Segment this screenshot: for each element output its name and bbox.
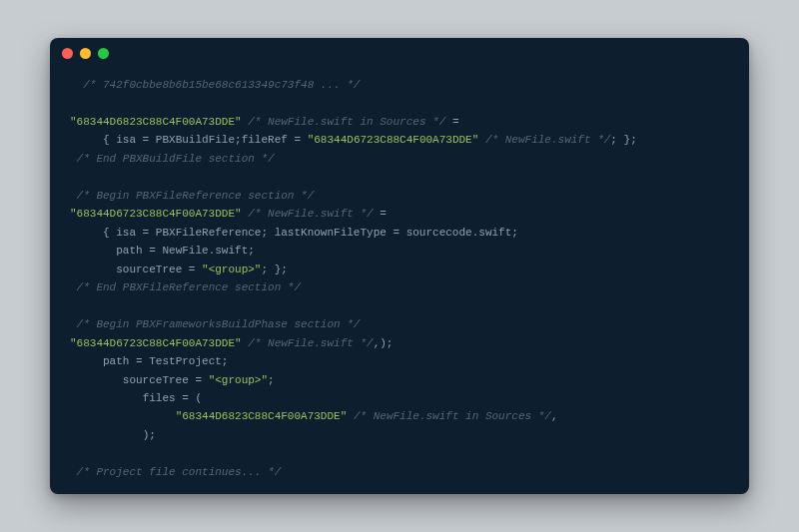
code-line: ); — [70, 426, 729, 444]
code-token-comment: /* NewFile.swift in Sources */ — [248, 116, 445, 128]
code-token-string: "68344D6723C88C4F00A73DDE" — [70, 208, 242, 220]
code-token-punct: ; }; — [610, 134, 636, 146]
code-token-keyword: swift; — [478, 227, 518, 239]
code-token-string: "<group>" — [209, 374, 268, 386]
code-line: "68344D6723C88C4F00A73DDE" /* NewFile.sw… — [70, 334, 729, 352]
code-token-punct: = — [445, 116, 458, 128]
code-line: sourceTree = "<group>"; — [70, 371, 729, 389]
close-icon[interactable] — [62, 48, 73, 59]
code-line: path = TestProject; — [70, 352, 729, 370]
maximize-icon[interactable] — [98, 48, 109, 59]
code-token-comment: /* 742f0cbbe8b6b15be68c613349c73f48 ... … — [83, 79, 360, 91]
code-token-comment: /* Begin PBXFrameworksBuildPhase section… — [77, 318, 361, 330]
code-token-punct: { — [103, 227, 116, 239]
code-token-punct: ); — [143, 429, 156, 441]
code-line — [70, 168, 729, 186]
code-token-punct — [478, 134, 485, 146]
code-line: files = ( — [70, 389, 729, 407]
code-token-keyword: path = TestProject; — [103, 355, 228, 367]
terminal-window: /* 742f0cbbe8b6b15be68c613349c73f48 ... … — [50, 38, 749, 494]
code-content: /* 742f0cbbe8b6b15be68c613349c73f48 ... … — [50, 68, 749, 494]
code-line: path = NewFile.swift; — [70, 242, 729, 260]
code-line: { isa = PBXBuildFile;fileRef = "68344D67… — [70, 131, 729, 149]
code-token-string: "68344D6723C88C4F00A73DDE" — [70, 337, 242, 349]
code-line: /* 742f0cbbe8b6b15be68c613349c73f48 ... … — [70, 76, 729, 94]
code-token-comment: /* End PBXBuildFile section */ — [77, 153, 275, 165]
code-token-punct: ; — [235, 134, 242, 146]
code-token-comment: /* Begin PBXFileReference section */ — [77, 190, 315, 202]
code-token-keyword: isa = PBXFileReference; lastKnownFileTyp… — [116, 227, 471, 239]
code-line: "68344D6823C88C4F00A73DDE" /* NewFile.sw… — [70, 113, 729, 131]
code-token-keyword: sourceTree = — [123, 374, 209, 386]
code-line: /* End PBXFileReference section */ — [70, 278, 729, 296]
code-token-keyword: sourceTree = — [116, 264, 202, 275]
code-token-punct — [347, 410, 354, 422]
code-token-punct: , — [551, 410, 558, 422]
code-token-punct: ; — [268, 374, 275, 386]
code-line — [70, 297, 729, 315]
code-token-keyword: isa = PBXBuildFile — [116, 134, 235, 146]
code-token-comment: /* NewFile.swift in Sources */ — [354, 410, 551, 422]
code-line: { isa = PBXFileReference; lastKnownFileT… — [70, 224, 729, 242]
code-token-comment: /* NewFile.swift */ — [485, 134, 610, 146]
code-token-punct: = — [374, 208, 387, 220]
code-token-string: "<group>" — [202, 264, 261, 275]
code-token-comment: /* NewFile.swift */ — [248, 337, 373, 349]
code-line: sourceTree = "<group>"; }; — [70, 261, 729, 278]
code-token-comment: /* NewFile.swift */ — [248, 208, 373, 220]
code-token-punct: ; }; — [261, 264, 287, 275]
code-line: /* Begin PBXFileReference section */ — [70, 187, 729, 205]
code-token-string: "68344D6823C88C4F00A73DDE" — [70, 116, 242, 128]
code-line: "68344D6723C88C4F00A73DDE" /* NewFile.sw… — [70, 205, 729, 223]
code-token-punct: ,); — [374, 337, 394, 349]
code-line: /* Project file continues... */ — [70, 463, 729, 481]
code-token-keyword: fileRef = — [242, 134, 308, 146]
code-token-comment: /* End PBXFileReference section */ — [77, 281, 301, 293]
window-titlebar — [50, 38, 749, 68]
code-token-keyword: files = ( — [143, 392, 202, 404]
code-token-string: "68344D6723C88C4F00A73DDE" — [308, 134, 479, 146]
code-line: /* Begin PBXFrameworksBuildPhase section… — [70, 315, 729, 333]
code-token-punct: { — [103, 134, 116, 146]
code-line: /* End PBXBuildFile section */ — [70, 150, 729, 168]
code-line — [70, 94, 729, 112]
code-token-keyword: path = NewFile — [116, 245, 208, 257]
code-token-comment: /* Project file continues... */ — [77, 466, 282, 478]
code-token-keyword: swift; — [215, 245, 255, 257]
code-token-string: "68344D6823C88C4F00A73DDE" — [176, 410, 348, 422]
minimize-icon[interactable] — [80, 48, 91, 59]
code-line — [70, 444, 729, 462]
code-line: "68344D6823C88C4F00A73DDE" /* NewFile.sw… — [70, 407, 729, 425]
